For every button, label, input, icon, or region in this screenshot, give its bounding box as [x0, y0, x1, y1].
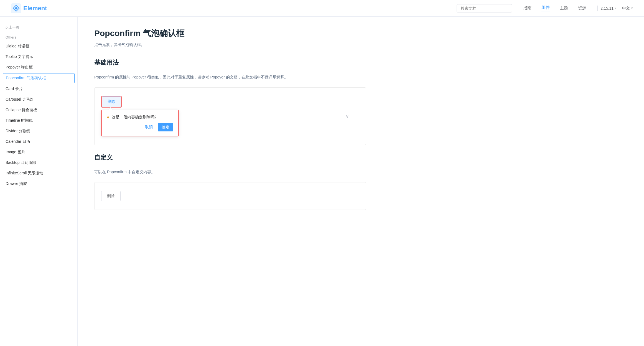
logo-text: EIement [23, 5, 47, 12]
section2-desc: 可以在 Popconfirm 中自定义内容。 [94, 169, 366, 175]
sidebar-item-timeline[interactable]: Timeline 时间线 [0, 115, 77, 126]
version-label: 2.15.11 [600, 6, 614, 11]
search-input[interactable] [457, 4, 512, 12]
sidebar-item-image[interactable]: Image 图片 [0, 147, 77, 157]
sidebar-item-card[interactable]: Card 卡片 [0, 84, 77, 94]
delete-trigger-button[interactable]: 删除 [102, 96, 121, 107]
section1-desc: Popconfirm 的属性与 Popover 很类似，因此对于重复属性，请参考… [94, 74, 366, 81]
version-selector[interactable]: 2.15.11 ∨ [600, 6, 617, 11]
delete-button-highlight: 删除 [101, 96, 122, 108]
delete-button-plain[interactable]: 删除 [101, 191, 121, 201]
header: EIement 指南 组件 主题 资源 2.15.11 ∨ 中文 ∨ [0, 0, 644, 17]
sidebar-item-carousel[interactable]: Carousel 走马灯 [0, 94, 77, 105]
language-selector[interactable]: 中文 ∨ [622, 6, 633, 11]
nav-components[interactable]: 组件 [541, 5, 550, 11]
logo[interactable]: EIement [11, 3, 47, 13]
sidebar-item-backtop[interactable]: Backtop 回到顶部 [0, 157, 77, 168]
sidebar-item-popconfirm[interactable]: Popconfirm 气泡确认框 [3, 73, 75, 83]
section2-demo-area: 删除 [95, 182, 366, 210]
sidebar-item-calendar[interactable]: Calendar 日历 [0, 136, 77, 147]
nav-links: 指南 组件 主题 资源 [523, 5, 586, 11]
popconfirm-popup: ● 这是一段内容确定删除吗? 取消 确定 [101, 110, 179, 136]
popconfirm-confirm-button[interactable]: 确定 [158, 123, 173, 131]
page-subtitle: 点击元素，弹出气泡确认框。 [94, 42, 366, 47]
main-content: Popconfirm 气泡确认框 点击元素，弹出气泡确认框。 基础用法 Popc… [78, 17, 383, 346]
section1-title: 基础用法 [94, 58, 366, 70]
page-title: Popconfirm 气泡确认框 [94, 28, 366, 39]
sidebar-prev-item[interactable]: p 上一页 [0, 22, 77, 33]
demo-area-basic: 删除 ● 这是一段内容确定删除吗? 取消 确定 [95, 88, 366, 145]
nav-guide[interactable]: 指南 [523, 6, 531, 11]
popconfirm-message: ● 这是一段内容确定删除吗? [107, 115, 173, 120]
sidebar: p 上一页 Others Dialog 对话框 Tooltip 文字提示 Pop… [0, 17, 78, 346]
demo-block-basic: 删除 ● 这是一段内容确定删除吗? 取消 确定 [94, 87, 366, 145]
popconfirm-actions: 取消 确定 [107, 123, 173, 131]
popconfirm-cancel-button[interactable]: 取消 [143, 123, 155, 131]
demo-block-custom: 删除 [94, 182, 366, 210]
sidebar-item-collapse[interactable]: Collapse 折叠面板 [0, 105, 77, 115]
version-chevron-icon: ∨ [615, 7, 617, 10]
lang-chevron-icon: ∨ [631, 7, 633, 10]
nav-resources[interactable]: 资源 [578, 6, 586, 11]
sidebar-item-dialog[interactable]: Dialog 对话框 [0, 41, 77, 52]
sidebar-item-popover[interactable]: Popover 弹出框 [0, 62, 77, 73]
section2-title: 自定义 [94, 153, 366, 164]
dropdown-indicator: ∨ [345, 113, 349, 119]
sidebar-item-drawer[interactable]: Drawer 抽屉 [0, 179, 77, 189]
sidebar-item-divider[interactable]: Divider 分割线 [0, 126, 77, 136]
nav-theme[interactable]: 主题 [560, 6, 568, 11]
nav-divider [597, 6, 598, 11]
sidebar-item-infinitescroll[interactable]: InfiniteScroll 无限滚动 [0, 168, 77, 179]
popconfirm-message-text: 这是一段内容确定删除吗? [112, 115, 157, 120]
sidebar-category-others: Others [0, 33, 77, 41]
language-label: 中文 [622, 6, 630, 11]
sidebar-item-tooltip[interactable]: Tooltip 文字提示 [0, 52, 77, 62]
warning-icon: ● [107, 115, 110, 120]
main-layout: p 上一页 Others Dialog 对话框 Tooltip 文字提示 Pop… [0, 17, 644, 346]
